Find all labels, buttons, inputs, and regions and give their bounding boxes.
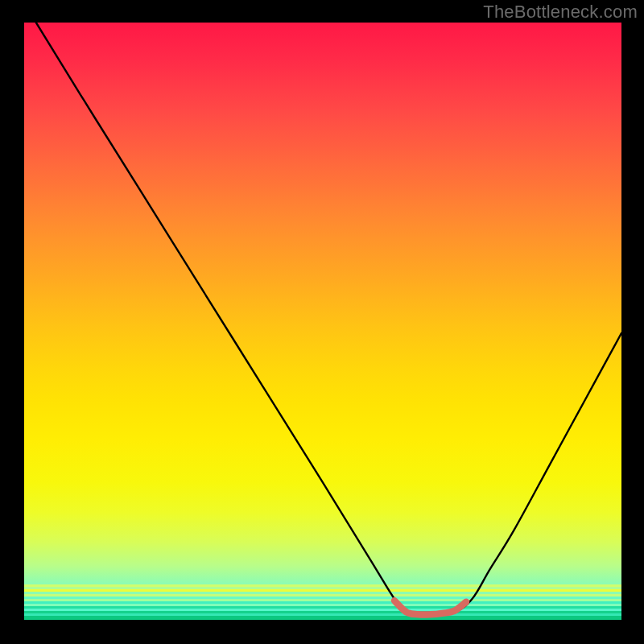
bottom-segment (394, 601, 466, 614)
main-curve (36, 23, 621, 615)
watermark-text: TheBottleneck.com (483, 2, 638, 23)
plot-area (24, 23, 621, 620)
curves-layer (24, 23, 621, 620)
chart-frame: TheBottleneck.com (0, 0, 644, 644)
